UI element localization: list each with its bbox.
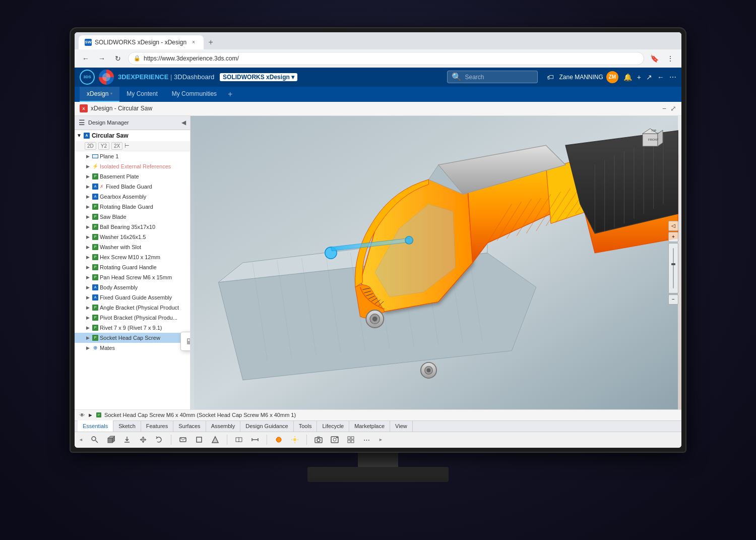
dropdown-arrow[interactable]: ▾ [291, 74, 294, 81]
tb-measure-icon[interactable] [248, 433, 262, 446]
expand-icon[interactable]: ▶ [85, 194, 91, 200]
tree-item-pivot-bracket[interactable]: ▶ P Pivot Bracket (Physical Produ... [75, 313, 190, 323]
header-search[interactable]: 🔍 [447, 71, 538, 83]
tb-rotate-icon[interactable] [153, 433, 166, 446]
tb-search-icon[interactable] [88, 433, 101, 446]
new-tab-button[interactable]: + [204, 35, 218, 49]
tb-shape-icon[interactable] [209, 433, 222, 446]
tab-close-button[interactable]: × [190, 38, 198, 46]
viewport-3d[interactable]: ◁ + − [191, 116, 681, 409]
browser-tab-active[interactable]: SW SOLIDWORKS xDesign - xDesign × [79, 35, 204, 49]
xdesign-dropdown-icon[interactable]: ▾ [110, 91, 112, 96]
bookmark-button[interactable]: 🔖 [648, 52, 660, 65]
tree-item-rivet[interactable]: ▶ P Rivet 7 x 9 (Rivet 7 x 9.1) [75, 323, 190, 333]
panel-collapse-button[interactable]: ◀ [181, 119, 186, 126]
toolbar-tab-features[interactable]: Features [141, 421, 173, 432]
tb-more-icon[interactable]: ⋯ [360, 433, 373, 446]
expand-icon[interactable]: ▶ [85, 294, 91, 301]
tree-item-rotating-blade[interactable]: ▶ P Rotating Blade Guard [75, 202, 190, 212]
minimize-button[interactable]: − [662, 104, 666, 112]
tree-item-plane1[interactable]: ▶ Plane 1 [75, 151, 190, 161]
expand-icon[interactable]: ▶ [85, 325, 91, 331]
toolbar-tab-tools[interactable]: Tools [294, 421, 318, 432]
tb-box-icon[interactable] [193, 433, 206, 446]
tree-tool-2x[interactable]: 2X [111, 142, 122, 150]
tree-item-ball-bearing[interactable]: ▶ P Ball Bearing 35x17x10 [75, 222, 190, 232]
add-icon[interactable]: + [637, 73, 641, 81]
search-input[interactable] [465, 74, 535, 81]
toolbar-scroll-right[interactable]: ► [379, 437, 383, 442]
notification-icon[interactable]: 🔔 [623, 73, 632, 81]
tb-light-icon[interactable] [288, 433, 301, 446]
expand-icon[interactable]: ▶ [85, 274, 91, 280]
add-tab-button[interactable]: + [224, 90, 236, 99]
address-bar[interactable]: 🔒 https://www.3dexperience.3ds.com/ [128, 52, 644, 65]
expand-icon[interactable]: ▶ [85, 173, 91, 179]
settings-button[interactable]: ⋮ [664, 52, 676, 65]
expand-icon[interactable]: ▶ [85, 335, 91, 341]
tb-section-icon[interactable] [232, 433, 245, 446]
tree-item-saw-blade[interactable]: ▶ P Saw Blade [75, 212, 190, 222]
sub-tab-xdesign[interactable]: xDesign ▾ [80, 87, 119, 102]
toolbar-tab-view[interactable]: View [390, 421, 413, 432]
panel-menu-icon[interactable]: ☰ [79, 118, 85, 127]
maximize-button[interactable]: ⤢ [670, 104, 676, 112]
tb-move-icon[interactable] [137, 433, 150, 446]
orientation-cube[interactable]: FRONT TOP [635, 121, 665, 153]
toolbar-tab-essentials[interactable]: Essentials [78, 421, 113, 432]
tree-item-mates[interactable]: ▶ ⊕ Mates [75, 343, 190, 353]
root-expand-icon[interactable]: ▼ [77, 133, 82, 138]
tb-cube-icon[interactable] [104, 433, 117, 446]
expand-icon[interactable]: ▶ [85, 305, 91, 311]
tree-item-basement-plate[interactable]: ▶ P Basement Plate [75, 171, 190, 182]
tree-item-angle-bracket[interactable]: ▶ P Angle Bracket (Physical Product [75, 303, 190, 313]
toolbar-tab-assembly[interactable]: Assembly [206, 421, 241, 432]
share-icon[interactable]: ↗ [646, 73, 652, 81]
compass-icon[interactable] [99, 70, 114, 85]
refresh-button[interactable]: ↻ [112, 52, 124, 65]
tree-item-fixed-guide[interactable]: ▶ A Fixed Guard Guide Assembly [75, 292, 190, 303]
expand-icon[interactable]: ▶ [85, 254, 91, 260]
tree-tool-2d[interactable]: 2D [85, 142, 96, 150]
tree-item-fixed-blade-guard[interactable]: ▶ A ✗ Fixed Blade Guard [75, 182, 190, 192]
tree-item-rotating-handle[interactable]: ▶ P Rotating Guard Handle [75, 262, 190, 272]
expand-icon[interactable]: ▶ [85, 264, 91, 270]
tree-item-pan-screw[interactable]: ▶ P Pan Head Screw M6 x 15mm [75, 272, 190, 282]
expand-icon[interactable]: ▶ [85, 244, 91, 250]
expand-icon[interactable]: ▶ [85, 204, 91, 210]
toolbar-tab-lifecycle[interactable]: Lifecycle [317, 421, 349, 432]
tree-item-washer-slot[interactable]: ▶ P Washer with Slot [75, 242, 190, 252]
expand-icon[interactable]: ▶ [85, 163, 91, 169]
expand-icon[interactable]: ▶ [85, 345, 91, 351]
sub-tab-mycontent[interactable]: My Content [119, 87, 164, 102]
tree-item-washer[interactable]: ▶ P Washer 16x26x1.5 [75, 232, 190, 242]
toolbar-scroll-left[interactable]: ◄ [79, 437, 83, 442]
toolbar-tab-surfaces[interactable]: Surfaces [173, 421, 206, 432]
view-zoom-slider[interactable] [668, 243, 678, 293]
view-zoom-in[interactable]: + [668, 232, 678, 242]
forward-button[interactable]: → [96, 52, 108, 65]
tb-screenshot-icon[interactable] [328, 433, 341, 446]
tree-tool-y2[interactable]: Y2 [98, 142, 109, 150]
tree-tool-ruler[interactable]: ⊢ [124, 143, 130, 149]
view-fit-button[interactable]: ◁ [668, 221, 678, 231]
expand-icon[interactable]: ▶ [85, 214, 91, 220]
expand-icon[interactable]: ▶ [85, 224, 91, 230]
tb-appearance-icon[interactable] [272, 433, 285, 446]
tb-grid-icon[interactable] [344, 433, 357, 446]
tree-root-item[interactable]: ▼ A Circular Saw [75, 130, 190, 141]
tb-camera-icon[interactable] [312, 433, 325, 446]
toolbar-tab-marketplace[interactable]: Marketplace [349, 421, 390, 432]
back-button[interactable]: ← [80, 52, 92, 65]
toolbar-tab-design-guidance[interactable]: Design Guidance [240, 421, 293, 432]
tree-item-gearbox[interactable]: ▶ A Gearbox Assembly [75, 192, 190, 202]
expand-icon[interactable]: ▶ [85, 153, 91, 159]
view-zoom-out[interactable]: − [668, 294, 678, 305]
expand-icon[interactable]: ▶ [85, 315, 91, 321]
tree-item-external-refs[interactable]: ▶ ⚡ Isolated External References [75, 161, 190, 171]
tag-icon[interactable]: 🏷 [547, 73, 554, 81]
tb-download-icon[interactable] [120, 433, 134, 446]
toolbar-tab-sketch[interactable]: Sketch [113, 421, 141, 432]
tree-item-socket-screw[interactable]: ▶ P Socket Head Cap Screw [75, 333, 190, 343]
expand-icon[interactable]: ▶ [85, 284, 91, 290]
